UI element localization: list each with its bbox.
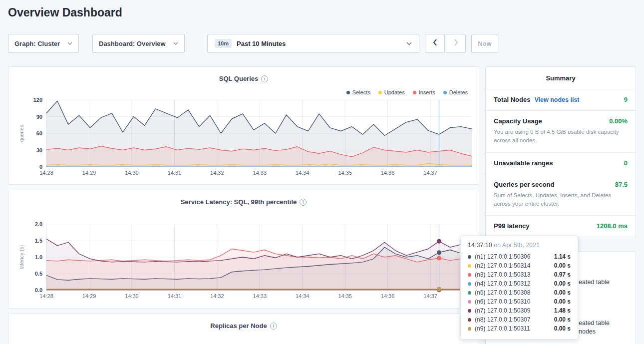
svg-text:14:31: 14:31 bbox=[168, 170, 182, 176]
svg-text:14:32: 14:32 bbox=[210, 293, 224, 299]
time-range-label: Past 10 Minutes bbox=[237, 40, 286, 47]
node-latency-value: 0.00 s bbox=[554, 316, 571, 323]
svg-text:14:33: 14:33 bbox=[253, 170, 267, 176]
summary-value: 0.00% bbox=[609, 117, 628, 125]
svg-text:30: 30 bbox=[36, 147, 42, 153]
node-address: (n5) 127.0.0.1:50308 bbox=[475, 289, 530, 296]
tooltip-row: (n5) 127.0.0.1:503080.00 s bbox=[468, 288, 571, 297]
svg-text:queries: queries bbox=[18, 125, 24, 142]
summary-value: 9 bbox=[624, 96, 628, 103]
legend-item-updates[interactable]: Updates bbox=[378, 89, 405, 95]
replicas-per-node-panel: Replicas per Node bbox=[8, 314, 479, 344]
sql-queries-title: SQL Queries bbox=[8, 75, 479, 82]
tooltip-time: 14:37:10 bbox=[468, 242, 492, 249]
chevron-down-icon bbox=[406, 42, 412, 45]
tooltip-row: (n7) 127.0.0.1:503091.48 s bbox=[468, 306, 571, 315]
dashboard-dropdown[interactable]: Dashboard: Overview bbox=[92, 34, 185, 53]
node-latency-value: 1.48 s bbox=[554, 307, 571, 314]
svg-text:120: 120 bbox=[33, 97, 42, 103]
legend-item-inserts[interactable]: Inserts bbox=[413, 89, 435, 95]
legend-dot bbox=[378, 91, 382, 94]
svg-text:14:28: 14:28 bbox=[39, 293, 53, 299]
time-range-badge: 10m bbox=[215, 39, 232, 48]
node-address: (n1) 127.0.0.1:50306 bbox=[475, 253, 530, 260]
legend-item-selects[interactable]: Selects bbox=[346, 89, 370, 95]
node-color-dot bbox=[468, 291, 471, 295]
node-latency-value: 0.97 s bbox=[554, 271, 571, 278]
service-latency-chart[interactable]: 14:2814:2914:3014:3114:3214:3314:3414:35… bbox=[12, 220, 477, 306]
node-color-dot bbox=[468, 255, 471, 259]
node-latency-value: 0.00 s bbox=[554, 298, 571, 305]
time-next-button bbox=[446, 34, 466, 53]
summary-value: 1208.0 ms bbox=[597, 222, 628, 230]
chevron-left-icon bbox=[433, 39, 437, 48]
graph-dropdown[interactable]: Graph: Cluster bbox=[8, 34, 79, 53]
node-color-dot bbox=[468, 309, 471, 313]
chevron-right-icon bbox=[454, 39, 458, 48]
dashboard-dropdown-label: Dashboard: Overview bbox=[99, 40, 166, 47]
svg-text:60: 60 bbox=[36, 130, 42, 136]
info-icon[interactable] bbox=[270, 323, 277, 330]
svg-text:14:28: 14:28 bbox=[39, 170, 53, 176]
page-title: Overview Dashboard bbox=[8, 6, 122, 19]
sql-queries-chart[interactable]: 14:2814:2914:3014:3114:3214:3314:3414:35… bbox=[12, 96, 477, 182]
node-address: (n7) 127.0.0.1:50309 bbox=[475, 307, 530, 314]
legend-label: Updates bbox=[384, 89, 405, 95]
view-nodes-list-link[interactable]: View nodes list bbox=[534, 96, 579, 103]
summary-row-total-nodes: Total Nodes View nodes list 9 bbox=[486, 89, 636, 111]
tooltip-date: on Apr 5th, 2021 bbox=[492, 242, 540, 249]
service-latency-panel: Service Latency: SQL, 99th percentile 14… bbox=[8, 190, 479, 309]
legend-label: Deletes bbox=[449, 89, 468, 95]
replicas-per-node-title: Replicas per Node bbox=[8, 322, 479, 330]
svg-text:14:35: 14:35 bbox=[338, 170, 352, 176]
node-latency-value: 0.00 s bbox=[554, 262, 571, 269]
chevron-down-icon bbox=[173, 42, 178, 45]
tooltip-row: (n8) 127.0.0.1:503070.00 s bbox=[468, 315, 571, 324]
summary-row-p99-latency: P99 latency 1208.0 ms bbox=[486, 216, 636, 237]
summary-row-capacity-usage: Capacity Usage 0.00% You are using 0 B o… bbox=[486, 111, 636, 153]
summary-panel: Summary Total Nodes View nodes list 9 Ca… bbox=[485, 66, 636, 237]
node-address: (n8) 127.0.0.1:50307 bbox=[475, 316, 530, 323]
svg-text:14:36: 14:36 bbox=[381, 170, 395, 176]
svg-text:0: 0 bbox=[39, 164, 42, 170]
svg-text:0.5: 0.5 bbox=[35, 271, 42, 277]
now-button-label: Now bbox=[478, 40, 491, 47]
summary-subtext: Sum of Selects, Updates, Inserts, and De… bbox=[494, 191, 628, 209]
legend-item-deletes[interactable]: Deletes bbox=[443, 89, 468, 95]
node-latency-value: 0.00 s bbox=[554, 289, 571, 296]
node-color-dot bbox=[468, 264, 471, 268]
node-color-dot bbox=[468, 273, 471, 277]
legend-dot bbox=[443, 91, 447, 94]
summary-label: Capacity Usage bbox=[494, 117, 542, 125]
svg-text:14:32: 14:32 bbox=[210, 170, 224, 176]
node-color-dot bbox=[468, 282, 471, 286]
node-latency-value: 0.00 s bbox=[554, 280, 571, 287]
summary-label: Unavailable ranges bbox=[494, 159, 553, 167]
svg-text:14:30: 14:30 bbox=[125, 170, 139, 176]
summary-label: Total Nodes bbox=[494, 96, 530, 103]
svg-text:14:36: 14:36 bbox=[381, 293, 395, 299]
chart-hover-tooltip: 14:37:10 on Apr 5th, 2021 (n1) 127.0.0.1… bbox=[460, 236, 578, 340]
summary-subtext: You are using 0 B of 4.5 GiB usable disk… bbox=[494, 128, 628, 145]
node-color-dot bbox=[468, 318, 471, 322]
tooltip-row: (n3) 127.0.0.1:503130.97 s bbox=[468, 270, 571, 279]
legend-label: Inserts bbox=[419, 89, 435, 95]
summary-row-queries-per-second: Queries per second 87.5 Sum of Selects, … bbox=[486, 174, 636, 216]
time-range-selector[interactable]: 10m Past 10 Minutes bbox=[207, 34, 419, 53]
legend-dot bbox=[413, 91, 416, 94]
node-address: (n4) 127.0.0.1:50312 bbox=[475, 280, 530, 287]
chart-title-text: Service Latency: SQL, 99th percentile bbox=[181, 198, 297, 206]
svg-text:1.0: 1.0 bbox=[35, 254, 42, 260]
tooltip-row: (n1) 127.0.0.1:503061.14 s bbox=[468, 252, 571, 261]
summary-row-unavailable-ranges: Unavailable ranges 0 bbox=[486, 153, 636, 174]
summary-value: 87.5 bbox=[615, 181, 628, 188]
svg-text:90: 90 bbox=[36, 114, 42, 120]
sql-queries-panel: SQL Queries SelectsUpdatesInsertsDeletes… bbox=[8, 66, 479, 185]
sql-queries-legend: SelectsUpdatesInsertsDeletes bbox=[346, 89, 468, 95]
svg-text:1.5: 1.5 bbox=[35, 238, 42, 244]
time-prev-button[interactable] bbox=[425, 34, 445, 53]
info-icon[interactable] bbox=[261, 75, 268, 82]
summary-label: P99 latency bbox=[494, 222, 530, 230]
info-icon[interactable] bbox=[300, 199, 307, 206]
svg-text:14:31: 14:31 bbox=[168, 293, 182, 299]
